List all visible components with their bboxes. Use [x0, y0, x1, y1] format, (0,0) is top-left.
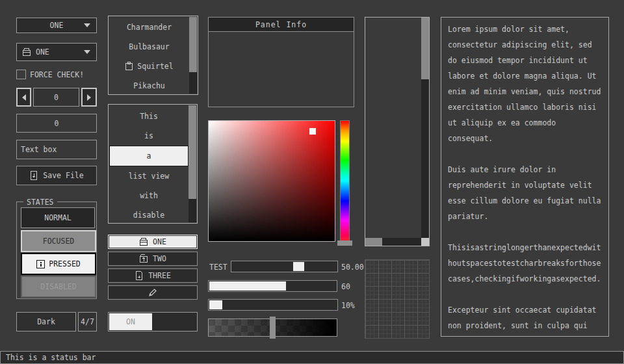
scrollbar-thumb[interactable]	[189, 17, 197, 72]
style-index-box[interactable]: 4/7	[78, 312, 97, 332]
info-icon	[36, 260, 45, 268]
progress-value-10: 10%	[341, 301, 355, 310]
arrow-right-icon	[86, 94, 92, 101]
two-button-label: TWO	[153, 254, 166, 263]
test-slider-handle[interactable]	[293, 262, 304, 271]
pressed-button[interactable]: PRESSED	[21, 253, 96, 275]
disabled-button: DISABLED	[21, 276, 96, 298]
hue-handle[interactable]	[337, 240, 352, 246]
spinner-dec-button[interactable]	[16, 88, 31, 107]
list-item-charmander[interactable]: Charmander	[110, 18, 188, 37]
paragraph: Excepteur sint occaecat cupidatat non pr…	[448, 302, 602, 337]
window: ONE ONE FORCE CHECK! 0 0 Text box Save F…	[0, 0, 624, 364]
list-item-squirtel[interactable]: Squirtel	[110, 57, 188, 76]
dropdown-plain[interactable]: ONE	[16, 18, 97, 33]
one-button-label: ONE	[153, 237, 166, 246]
word-list: This is a list view with disable	[108, 104, 198, 224]
folder-icon	[22, 47, 31, 57]
arrow-left-icon	[21, 94, 27, 101]
spinner-value[interactable]: 0	[33, 88, 79, 107]
alpha-handle[interactable]	[270, 317, 276, 339]
chevron-down-icon	[83, 49, 91, 55]
list-item-disable[interactable]: disable	[109, 205, 188, 225]
file-plus-icon	[135, 271, 144, 280]
scroll-corner	[421, 238, 429, 246]
list-item-a-selected[interactable]: a	[109, 146, 188, 166]
color-cursor[interactable]	[309, 128, 316, 135]
on-toggle[interactable]: ON	[108, 312, 198, 332]
pokemon-list: Charmander Bulbasaur Squirtel Pikachu	[108, 16, 198, 95]
pencil-icon	[148, 287, 158, 298]
value-box[interactable]: 0	[16, 114, 97, 133]
pressed-label: PRESSED	[49, 259, 80, 268]
scrollbar-thumb[interactable]	[421, 18, 429, 79]
list-item-this[interactable]: This	[109, 107, 188, 126]
folder-upload-icon	[139, 254, 148, 263]
paragraph: Thisisastringlongerthanexpectedwithoutsp…	[448, 240, 602, 287]
clipboard-icon	[125, 62, 133, 71]
normal-button[interactable]: NORMAL	[21, 207, 95, 228]
dropdown-plain-value: ONE	[50, 21, 64, 30]
progress-bar-10	[208, 299, 338, 311]
folder-open-icon	[139, 237, 148, 246]
three-button-label: THREE	[148, 271, 171, 280]
test-slider-label: TEST	[209, 263, 228, 272]
word-list-scrollbar[interactable]	[188, 105, 196, 222]
list-item-pikachu[interactable]: Pikachu	[110, 76, 188, 96]
two-button[interactable]: TWO	[108, 252, 198, 266]
progress-fill	[209, 281, 286, 291]
info-panel-title: Panel Info	[209, 18, 354, 32]
dropdown-icon[interactable]: ONE	[16, 43, 97, 61]
checkbox-box[interactable]	[16, 70, 26, 79]
list-item-list-view[interactable]: list view	[109, 166, 188, 186]
progress-value-60: 60	[341, 282, 350, 291]
list-item-bulbasaur[interactable]: Bulbasaur	[110, 37, 188, 57]
hue-bar[interactable]	[340, 120, 350, 241]
status-bar: This is a status bar	[0, 351, 624, 364]
scroll-panel	[365, 17, 430, 246]
pokemon-list-scrollbar[interactable]	[189, 17, 197, 94]
toggle-knob[interactable]: ON	[109, 313, 152, 330]
save-file-label: Save File	[43, 171, 83, 180]
progress-bar-60	[208, 280, 337, 292]
save-file-button[interactable]: Save File	[16, 166, 97, 185]
grid-panel[interactable]	[365, 259, 430, 339]
alpha-slider[interactable]	[208, 318, 337, 337]
list-item-is[interactable]: is	[109, 126, 188, 146]
list-item-with[interactable]: with	[109, 186, 188, 205]
states-group: STATES NORMAL FOCUSED PRESSED DISABLED	[16, 202, 97, 299]
pencil-button[interactable]	[108, 285, 198, 300]
progress-fill	[209, 300, 222, 309]
v-scrollbar[interactable]	[421, 18, 429, 238]
dropdown-icon-value: ONE	[36, 47, 49, 57]
focused-button[interactable]: FOCUSED	[21, 230, 96, 252]
status-text: This is a status bar	[6, 353, 96, 362]
h-scrollbar[interactable]	[365, 238, 421, 246]
text-box-input[interactable]: Text box	[16, 140, 97, 159]
test-slider[interactable]	[231, 261, 338, 272]
test-slider-value: 50.00	[341, 263, 364, 272]
lorem-panel: Lorem ipsum dolor sit amet, consectetur …	[441, 17, 609, 337]
scrollbar-thumb[interactable]	[188, 105, 196, 199]
force-checkbox[interactable]: FORCE CHECK!	[16, 70, 97, 79]
save-icon	[29, 171, 38, 180]
color-picker[interactable]	[208, 120, 335, 242]
chevron-down-icon	[83, 23, 91, 28]
info-panel: Panel Info	[208, 17, 354, 107]
paragraph: Duis aute irure dolor in reprehenderit i…	[448, 162, 602, 224]
checkbox-label: FORCE CHECK!	[30, 70, 84, 79]
spinner-inc-button[interactable]	[81, 88, 97, 107]
scrollbar-thumb[interactable]	[365, 238, 382, 246]
style-selector-button[interactable]: Dark	[16, 312, 76, 332]
states-group-title: STATES	[23, 198, 57, 207]
paragraph: Lorem ipsum dolor sit amet, consectetur …	[448, 21, 602, 146]
one-button[interactable]: ONE	[108, 235, 198, 249]
three-button[interactable]: THREE	[108, 268, 198, 283]
